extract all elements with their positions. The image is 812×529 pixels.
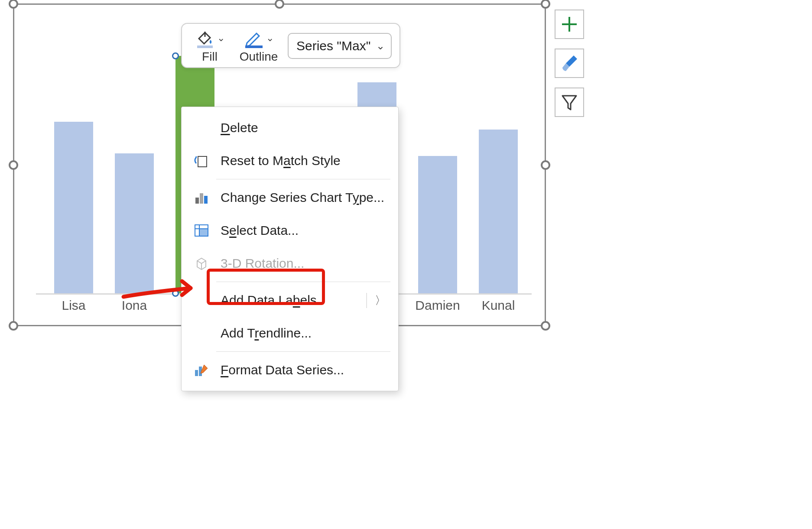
paintbrush-icon (560, 54, 579, 73)
resize-handle-top[interactable] (275, 0, 284, 9)
resize-handle-top-right[interactable] (541, 0, 550, 9)
svg-rect-5 (195, 198, 199, 204)
paint-bucket-icon (195, 28, 214, 48)
svg-rect-3 (245, 45, 263, 48)
menu-3d-rotation-label: 3-D Rotation... (221, 256, 388, 271)
bar-damien[interactable] (418, 156, 457, 293)
chart-type-icon (194, 190, 209, 205)
chart-filters-button[interactable] (555, 88, 584, 117)
resize-handle-left[interactable] (9, 160, 18, 170)
fill-label: Fill (202, 50, 218, 64)
svg-rect-12 (195, 370, 198, 376)
blank-icon (192, 291, 211, 310)
resize-handle-top-left[interactable] (9, 0, 18, 9)
cube-icon (194, 256, 209, 271)
svg-rect-4 (198, 156, 207, 167)
menu-delete[interactable]: Delete (182, 111, 398, 144)
blank-icon (192, 118, 211, 137)
chart-styles-button[interactable] (555, 49, 584, 78)
menu-delete-label: Delete (221, 120, 388, 135)
bar-iona[interactable] (115, 153, 154, 293)
select-data-icon (194, 223, 209, 238)
menu-reset-match-style[interactable]: Reset to Match Style (182, 144, 398, 177)
resize-handle-bottom-left[interactable] (9, 321, 18, 331)
menu-change-type-label: Change Series Chart Type... (221, 190, 388, 205)
format-series-icon (193, 361, 210, 379)
funnel-icon (560, 93, 578, 111)
dropdown-caret-icon[interactable]: ⌄ (217, 32, 225, 44)
outline-button[interactable]: ⌄ Outline (235, 28, 283, 64)
resize-handle-right[interactable] (541, 160, 550, 170)
reset-style-icon (194, 153, 209, 169)
fill-button[interactable]: ⌄ Fill (190, 28, 230, 64)
series-selector[interactable]: Series "Max" ⌄ (288, 33, 392, 59)
menu-format-series-label: Format Data Series... (221, 363, 388, 377)
menu-select-data-label: Select Data... (221, 223, 388, 238)
blank-icon (192, 324, 211, 343)
dropdown-caret-icon[interactable]: ⌄ (266, 32, 274, 44)
svg-rect-11 (200, 229, 208, 236)
series-selector-text: Series "Max" (296, 39, 370, 53)
menu-add-data-labels-label: Add Data Labels (221, 293, 357, 308)
menu-format-data-series[interactable]: Format Data Series... (182, 354, 398, 386)
resize-handle-bottom-right[interactable] (541, 321, 550, 331)
plus-icon (560, 15, 578, 33)
bar-kunal[interactable] (479, 130, 518, 293)
svg-rect-6 (200, 193, 203, 204)
menu-add-trendline[interactable]: Add Trendline... (182, 317, 398, 350)
mini-toolbar: ⌄ Fill ⌄ Outline Series "Max" ⌄ (181, 23, 400, 68)
chart-elements-button[interactable] (555, 10, 584, 39)
submenu-arrow-icon: 〉 (366, 293, 388, 308)
cat-label: Kunal (464, 295, 533, 313)
pen-outline-icon (244, 28, 263, 48)
series-context-menu: Delete Reset to Match Style Change Serie… (181, 107, 399, 391)
cat-label: Damien (403, 295, 472, 313)
outline-label: Outline (240, 50, 278, 64)
data-point-handle[interactable] (172, 52, 179, 59)
chevron-down-icon: ⌄ (376, 40, 385, 52)
menu-select-data[interactable]: Select Data... (182, 214, 398, 247)
menu-add-trendline-label: Add Trendline... (221, 326, 388, 341)
svg-rect-2 (197, 45, 213, 48)
menu-change-series-chart-type[interactable]: Change Series Chart Type... (182, 181, 398, 214)
menu-divider (216, 351, 390, 352)
bar-lisa[interactable] (54, 122, 93, 293)
svg-rect-7 (204, 196, 208, 204)
cat-label: Iona (100, 295, 169, 313)
menu-3d-rotation: 3-D Rotation... (182, 247, 398, 280)
cat-label: Lisa (39, 295, 108, 313)
menu-reset-label: Reset to Match Style (221, 153, 388, 168)
menu-add-data-labels[interactable]: Add Data Labels 〉 (182, 284, 398, 317)
menu-divider (216, 282, 390, 282)
menu-divider (216, 179, 390, 179)
